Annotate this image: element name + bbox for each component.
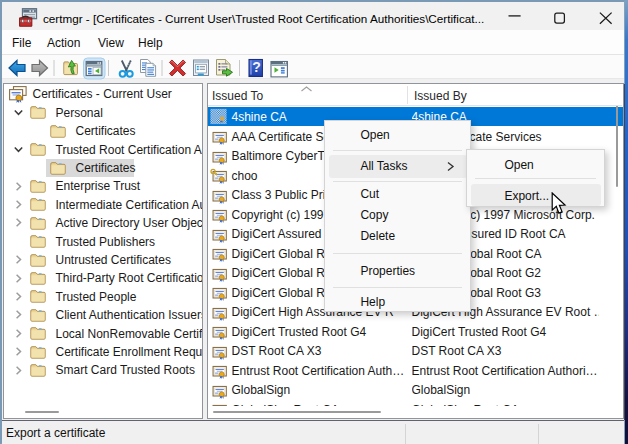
svg-text:?: ?	[252, 59, 261, 75]
